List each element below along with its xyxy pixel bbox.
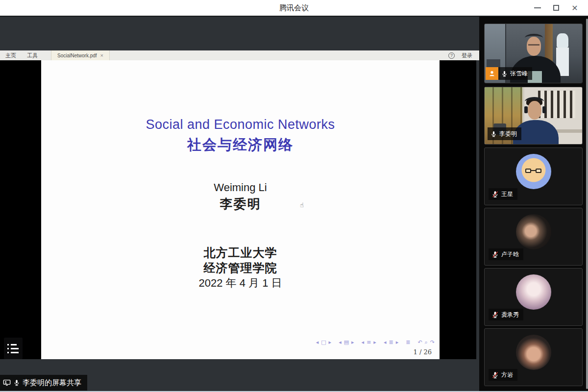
tencent-meeting-window: 腾讯会议 ✕ 主页 工具 SocialNetwork.pdf × ? 登录 So… <box>0 0 588 392</box>
scene-shape <box>524 106 528 113</box>
slide-title-en: Social and Economic Networks <box>41 118 440 131</box>
participant-avatar <box>516 154 551 189</box>
participant-avatar <box>516 335 551 370</box>
participant-name-label: 李委明 <box>488 127 521 140</box>
screen-share-icon <box>3 379 11 387</box>
screen-share-banner: 李委明的屏幕共享 <box>0 375 87 391</box>
nav-next-icon[interactable]: ▸ <box>396 340 399 345</box>
nav-slide-group: ◂ □ ▸ <box>316 340 331 345</box>
hand-cursor-icon: ☝ <box>300 201 304 209</box>
mic-muted-icon <box>491 191 499 198</box>
participant-name-label: 张雪峰 <box>498 67 532 80</box>
window-title: 腾讯会议 <box>279 3 309 13</box>
participant-avatar <box>516 274 551 310</box>
window-controls: ✕ <box>528 0 584 16</box>
tab-close-icon[interactable]: × <box>100 52 103 58</box>
nav-next-icon[interactable]: ▸ <box>351 340 354 345</box>
mic-muted-icon <box>491 251 499 258</box>
slide-author-zh: 李委明 <box>41 197 440 210</box>
slide-date: 2022 年 4 月 1 日 <box>41 278 440 289</box>
nav-subsection-icon[interactable]: ≡ <box>367 340 371 345</box>
participant-tile[interactable]: 龚承秀 <box>484 268 583 326</box>
slide-affiliation-school: 经济管理学院 <box>41 262 440 274</box>
participant-badge-row: 李委明 <box>488 127 521 140</box>
pdf-page-region: Social and Economic Networks 社会与经济网络 Wei… <box>0 60 476 359</box>
page-indicator: 1 / 26 <box>414 348 432 356</box>
menu-tools[interactable]: 工具 <box>22 50 43 60</box>
participant-badge-row: 方岩 <box>489 369 517 381</box>
scene-shape <box>542 106 546 113</box>
minimize-icon <box>534 7 541 8</box>
scene-shape <box>557 33 568 48</box>
mic-muted-icon <box>491 311 499 318</box>
nav-search-icon[interactable]: ⌕ <box>425 340 428 345</box>
participant-name-label: 龚承秀 <box>489 309 523 320</box>
nav-section-group: ◂ ≣ ▸ <box>384 340 398 345</box>
participant-tile[interactable]: 张雪峰 <box>484 24 583 83</box>
toolbar-right: ? 登录 <box>448 50 479 60</box>
participant-name: 张雪峰 <box>510 70 528 78</box>
nav-frames-icon[interactable]: ▤ <box>344 340 349 345</box>
slide-title-zh: 社会与经济网络 <box>41 138 440 152</box>
participant-badge-row: 龚承秀 <box>489 309 523 320</box>
minimize-button[interactable] <box>528 0 547 16</box>
participant-tile[interactable]: 卢子晗 <box>484 208 583 266</box>
maximize-icon <box>553 5 559 11</box>
nav-forward-icon[interactable]: ↷ <box>430 340 435 345</box>
pdf-page: Social and Economic Networks 社会与经济网络 Wei… <box>41 60 440 359</box>
avatar-glasses <box>536 169 541 173</box>
screen-share-banner-text: 李委明的屏幕共享 <box>23 378 81 388</box>
login-button[interactable]: 登录 <box>462 52 472 59</box>
list-icon <box>7 352 23 353</box>
scene-shape <box>538 91 575 118</box>
nav-prev-icon[interactable]: ◂ <box>362 340 365 345</box>
avatar-glasses <box>531 170 536 171</box>
nav-back-icon[interactable]: ↶ <box>417 340 422 345</box>
outline-panel-toggle[interactable] <box>4 338 23 359</box>
nav-subsection-group: ◂ ≡ ▸ <box>362 340 376 345</box>
pdf-toolbar: 主页 工具 SocialNetwork.pdf × ? 登录 <box>0 50 479 60</box>
nav-prev-icon[interactable]: ◂ <box>384 340 387 345</box>
scene-shape <box>528 44 540 46</box>
maximize-button[interactable] <box>547 0 565 16</box>
sidebar-scrollbar[interactable] <box>586 19 588 389</box>
participant-tile[interactable]: 李委明 <box>484 87 583 145</box>
nav-frame-icon[interactable]: □ <box>321 340 326 345</box>
beamer-nav-symbols: ◂ □ ▸ ◂ ▤ ▸ ◂ ≡ ▸ ◂ <box>316 340 435 345</box>
nav-prev-icon[interactable]: ◂ <box>339 340 342 345</box>
nav-next-icon[interactable]: ▸ <box>373 340 376 345</box>
slide-affiliation-university: 北方工业大学 <box>41 247 440 259</box>
participant-badge-row: 卢子晗 <box>489 248 523 260</box>
mic-muted-icon <box>491 371 499 379</box>
participant-name-label: 王星 <box>489 188 517 200</box>
document-tab-label: SocialNetwork.pdf <box>57 53 97 58</box>
participant-tile[interactable]: 王星 <box>484 147 583 205</box>
nav-presentation-group: ≣ <box>406 340 410 345</box>
nav-frames-group: ◂ ▤ ▸ <box>339 340 354 345</box>
participant-tile[interactable]: 方岩 <box>484 328 583 386</box>
participant-badge-row: 张雪峰 <box>486 67 532 80</box>
nav-prev-icon[interactable]: ◂ <box>316 340 319 345</box>
mic-on-icon <box>490 131 497 137</box>
menu-home[interactable]: 主页 <box>0 50 22 60</box>
participant-name: 方岩 <box>501 371 513 379</box>
screen-share-area: 主页 工具 SocialNetwork.pdf × ? 登录 Social an… <box>0 17 479 392</box>
nav-presentation-icon[interactable]: ≣ <box>406 340 410 345</box>
nav-history-group: ↶ ⌕ ↷ <box>417 340 435 345</box>
participant-name: 李委明 <box>499 130 517 138</box>
help-icon[interactable]: ? <box>448 52 455 59</box>
participant-avatar <box>516 214 551 249</box>
participant-name-label: 方岩 <box>489 369 517 381</box>
list-icon <box>7 348 23 349</box>
window-titlebar: 腾讯会议 ✕ <box>0 0 588 17</box>
avatar-glasses <box>525 169 531 173</box>
participant-name-label: 卢子晗 <box>489 248 523 260</box>
host-badge-icon <box>486 67 498 80</box>
participant-name: 王星 <box>501 190 513 198</box>
close-button[interactable]: ✕ <box>565 0 584 16</box>
participants-sidebar: 张雪峰 李委明 <box>479 17 588 392</box>
document-tab[interactable]: SocialNetwork.pdf × <box>51 50 110 60</box>
nav-next-icon[interactable]: ▸ <box>329 340 332 345</box>
mic-on-icon <box>501 71 508 77</box>
nav-section-icon[interactable]: ≣ <box>389 340 393 345</box>
